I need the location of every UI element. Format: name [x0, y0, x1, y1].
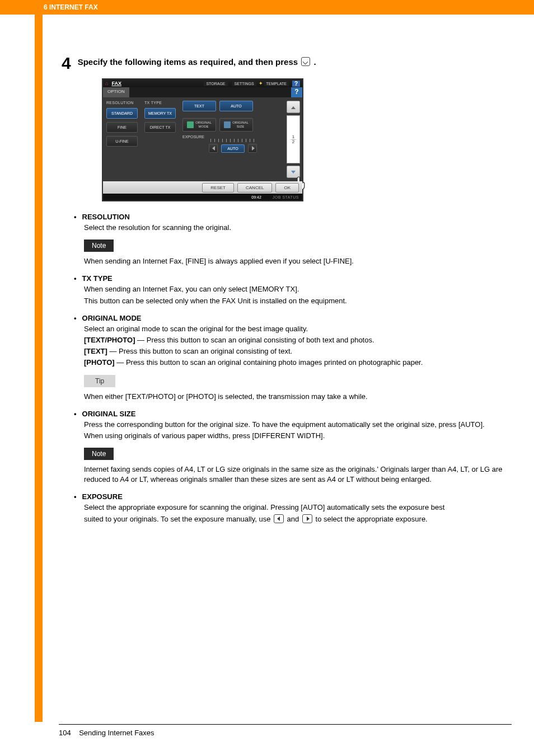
scr-tab-settings[interactable]: SETTINGS — [232, 81, 256, 86]
bullet-originalsize-title: ORIGINAL SIZE — [82, 410, 136, 418]
scr-exposure-slider[interactable] — [210, 139, 255, 142]
bullet-originalmode-p: [PHOTO] — Press this button to scan an o… — [84, 358, 512, 368]
scr-card-original-size-label: ORIGINAL SIZE — [232, 121, 249, 128]
bullet-resolution-title: RESOLUTION — [82, 213, 130, 221]
step-instruction: Specify the following items as required,… — [78, 54, 316, 67]
bullet-txtype-line2: This button can be selected only when th… — [84, 296, 512, 306]
step-text-after: . — [313, 57, 316, 67]
scr-help-icon[interactable]: ? — [291, 87, 302, 97]
bullet-list: • RESOLUTION Select the resolution for s… — [74, 213, 512, 524]
bullet-txtype-line1: When sending an Internet Fax, you can on… — [84, 284, 512, 294]
scr-status-bar: 09:42 JOB STATUS — [103, 194, 302, 200]
scr-body: RESOLUTION STANDARD FINE U-FINE TX TYPE … — [103, 97, 302, 181]
scr-btn-fine[interactable]: FINE — [106, 122, 138, 133]
bullet-originalmode-line1: Select an original mode to scan the orig… — [84, 324, 512, 334]
scr-page-indicator: 1 2 — [287, 115, 300, 163]
step-number: 4 — [62, 54, 71, 72]
scr-tab-template[interactable]: TEMPLATE — [264, 81, 289, 86]
exposure-line2-post: to select the appropriate exposure. — [316, 515, 428, 523]
scr-fax-title: FAX — [111, 81, 121, 86]
page-footer: 104 Sending Internet Faxes — [59, 729, 154, 737]
bullet-dot: • — [74, 274, 77, 283]
scr-card-original-mode[interactable]: ORIGINAL MODE — [182, 118, 216, 132]
scr-footer: RESET CANCEL OK — [103, 181, 302, 194]
bullet-dot: • — [74, 410, 77, 418]
page-number: 104 — [59, 729, 71, 737]
bullet-dot: • — [74, 492, 77, 501]
scr-cancel-button[interactable]: CANCEL — [237, 183, 272, 192]
p-text: — Press this button to scan an original … — [115, 358, 423, 367]
tip-label: Tip — [84, 375, 115, 387]
tp-label: [TEXT/PHOTO] — [84, 336, 135, 344]
scr-btn-text[interactable]: TEXT — [182, 101, 216, 111]
bullet-originalsize-line1: Press the corresponding button for the o… — [84, 420, 512, 430]
bullet-exposure-line2: suited to your originals. To set the exp… — [84, 514, 512, 524]
scr-help-icon-top[interactable]: ? — [292, 81, 300, 87]
scr-exposure-label: EXPOSURE — [182, 135, 283, 139]
scr-option-tab[interactable]: OPTION — [103, 87, 129, 97]
scr-titlebar: ⌂ FAX STORAGE SETTINGS ✦ TEMPLATE ? — [103, 79, 302, 87]
scr-card-original-mode-label: ORIGINAL MODE — [195, 121, 212, 128]
original-size-icon — [224, 121, 231, 128]
left-arrow-icon — [274, 514, 284, 523]
scr-resolution-label: RESOLUTION — [106, 101, 141, 105]
original-mode-icon — [187, 121, 194, 128]
scr-card-original-size[interactable]: ORIGINAL SIZE — [219, 118, 253, 132]
step-text-before: Specify the following items as required,… — [78, 57, 301, 67]
scr-exposure-left-icon[interactable] — [209, 144, 218, 153]
note-label: Note — [84, 448, 114, 460]
bullet-originalmode-tp: [TEXT/PHOTO] — Press this button to scan… — [84, 335, 512, 345]
scr-btn-directtx[interactable]: DIRECT TX — [144, 122, 176, 133]
scr-time: 09:42 — [251, 195, 261, 199]
scr-reset-button[interactable]: RESET — [202, 183, 234, 192]
note-originalsize-text: Internet faxing sends copies of A4, LT o… — [84, 464, 512, 485]
scr-btn-auto-top[interactable]: AUTO — [219, 101, 253, 111]
t-label: [TEXT] — [84, 347, 107, 355]
step-row: 4 Specify the following items as require… — [62, 54, 512, 72]
bullet-dot: • — [74, 213, 77, 221]
tp-text: — Press this button to scan an original … — [135, 336, 374, 344]
note-label: Note — [84, 240, 114, 252]
bullet-originalmode-title: ORIGINAL MODE — [82, 314, 142, 322]
bullet-txtype: • TX TYPE When sending an Internet Fax, … — [74, 274, 512, 306]
scr-txtype-label: TX TYPE — [144, 101, 179, 105]
bullet-originalmode-t: [TEXT] — Press this button to scan an or… — [84, 346, 512, 356]
down-arrow-icon — [301, 57, 310, 66]
scr-btn-ufine[interactable]: U-FINE — [106, 136, 138, 147]
bullet-txtype-title: TX TYPE — [82, 274, 113, 283]
bullet-originalsize-line2: When using originals of various paper wi… — [84, 431, 512, 441]
scr-btn-standard[interactable]: STANDARD — [106, 108, 138, 119]
device-screenshot: ⌂ FAX STORAGE SETTINGS ✦ TEMPLATE ? OPTI… — [102, 78, 303, 201]
scr-page-total: 2 — [287, 139, 299, 144]
exposure-line2-pre: suited to your originals. To set the exp… — [84, 515, 273, 523]
scr-btn-memorytx[interactable]: MEMORY TX — [144, 108, 176, 119]
bullet-exposure-line1: Select the appropriate exposure for scan… — [84, 503, 512, 513]
scr-page-up-icon[interactable] — [287, 101, 300, 113]
scr-ok-button[interactable]: OK — [275, 183, 299, 192]
exposure-line2-mid: and — [287, 515, 301, 523]
bullet-resolution: • RESOLUTION Select the resolution for s… — [74, 213, 512, 266]
note-resolution-text: When sending an Internet Fax, [FINE] is … — [84, 256, 512, 266]
bullet-originalsize: • ORIGINAL SIZE Press the corresponding … — [74, 410, 512, 485]
scr-option-row: OPTION ? — [103, 87, 302, 97]
bullet-resolution-body: Select the resolution for scanning the o… — [84, 223, 512, 233]
scr-tab-storage[interactable]: STORAGE — [204, 81, 227, 86]
chapter-header: 6 INTERNET FAX — [0, 0, 534, 15]
bullet-exposure: • EXPOSURE Select the appropriate exposu… — [74, 492, 512, 524]
t-text: — Press this button to scan an original … — [107, 347, 292, 355]
scr-exposure-right-icon[interactable] — [248, 144, 257, 153]
footer-rule — [59, 724, 512, 725]
scr-page-current: 1 — [287, 134, 299, 139]
bullet-originalmode: • ORIGINAL MODE Select an original mode … — [74, 314, 512, 402]
tip-originalmode-text: When either [TEXT/PHOTO] or [PHOTO] is s… — [84, 392, 512, 402]
scr-exposure-auto[interactable]: AUTO — [221, 144, 244, 153]
bullet-exposure-title: EXPOSURE — [82, 492, 123, 501]
scr-job-status[interactable]: JOB STATUS — [273, 195, 299, 199]
bullet-dot: • — [74, 314, 77, 322]
page-footer-title: Sending Internet Faxes — [79, 729, 154, 737]
p-label: [PHOTO] — [84, 358, 115, 367]
right-arrow-icon — [302, 514, 312, 523]
